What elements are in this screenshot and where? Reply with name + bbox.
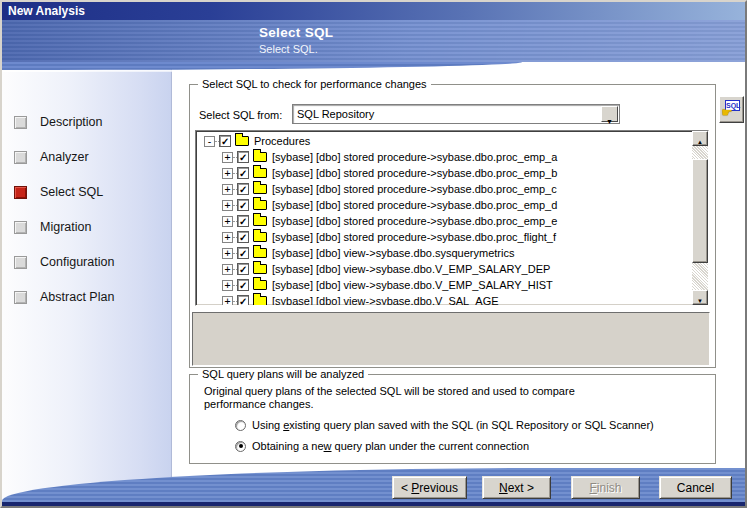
expand-icon[interactable]: +: [222, 232, 233, 243]
step-indicator: [14, 221, 27, 234]
scrollbar-thumb[interactable]: [692, 159, 708, 263]
finish-button: Finish: [571, 476, 640, 499]
previous-button[interactable]: < Previous: [392, 476, 467, 499]
page-subtitle: Select SQL.: [259, 43, 318, 55]
expand-icon[interactable]: +: [222, 168, 233, 179]
sidebar-item-select-sql[interactable]: Select SQL: [14, 182, 103, 202]
groupbox-label: Select SQL to check for performance chan…: [198, 78, 431, 90]
tree-item[interactable]: + [sybase] [dbo] stored procedure->sybas…: [196, 213, 708, 229]
radio-label: Using existing query plan saved with the…: [252, 419, 654, 431]
sql-tree[interactable]: - Procedures + [sybase] [dbo] stored pro…: [195, 130, 709, 306]
header-banner: [2, 20, 745, 62]
folder-icon: [253, 264, 267, 274]
pointing-hand-icon: [721, 105, 733, 120]
step-indicator: [14, 116, 27, 129]
tree-item[interactable]: + [sybase] [dbo] stored procedure->sybas…: [196, 165, 708, 181]
select-sql-from-label: Select SQL from:: [199, 109, 282, 121]
window-title: New Analysis: [8, 4, 85, 18]
expand-icon[interactable]: +: [222, 248, 233, 259]
sidebar-item-abstract-plan[interactable]: Abstract Plan: [14, 287, 114, 307]
checkbox[interactable]: [237, 247, 249, 259]
tree-scrollbar[interactable]: [692, 131, 708, 305]
checkbox[interactable]: [219, 135, 231, 147]
folder-icon: [253, 184, 267, 194]
radio-existing-query-plan[interactable]: Using existing query plan saved with the…: [235, 419, 654, 431]
expand-icon[interactable]: +: [222, 264, 233, 275]
bottom-navy-strip: [2, 502, 745, 506]
groupbox-label: SQL query plans will be analyzed: [198, 368, 368, 380]
plans-description-line1: Original query plans of the selected SQL…: [204, 385, 575, 397]
wizard-window: New Analysis Select SQL Select SQL. Desc…: [0, 0, 747, 508]
folder-icon: [235, 136, 249, 146]
folder-icon: [253, 296, 267, 306]
tree-item[interactable]: + [sybase] [dbo] view->sybase.dbo.V_SAL_…: [196, 293, 708, 306]
combobox-value: SQL Repository: [293, 105, 619, 120]
tree-item[interactable]: + [sybase] [dbo] stored procedure->sybas…: [196, 149, 708, 165]
sidebar-item-description[interactable]: Description: [14, 112, 103, 132]
preview-panel: [192, 312, 710, 366]
open-sql-repository-button[interactable]: SQL: [719, 96, 744, 123]
folder-icon: [253, 216, 267, 226]
sql-source-combobox[interactable]: SQL Repository: [292, 104, 620, 124]
checkbox[interactable]: [237, 215, 249, 227]
checkbox[interactable]: [237, 151, 249, 163]
tree-item[interactable]: + [sybase] [dbo] view->sybase.dbo.V_EMP_…: [196, 261, 708, 277]
radio-new-query-plan[interactable]: Obtaining a new query plan under the cur…: [235, 440, 529, 452]
expand-icon[interactable]: +: [222, 184, 233, 195]
step-indicator-active: [14, 186, 27, 199]
step-indicator: [14, 256, 27, 269]
wizard-steps-sidebar: Description Analyzer Select SQL Migratio…: [2, 62, 172, 502]
plans-description-line2: performance changes.: [204, 398, 313, 410]
title-bar: New Analysis: [2, 2, 745, 20]
checkbox[interactable]: [237, 279, 249, 291]
expand-icon[interactable]: +: [222, 296, 233, 307]
tree-item[interactable]: + [sybase] [dbo] view->sybase.dbo.sysque…: [196, 245, 708, 261]
expand-icon[interactable]: +: [222, 152, 233, 163]
tree-item[interactable]: + [sybase] [dbo] view->sybase.dbo.V_EMP_…: [196, 277, 708, 293]
expand-icon[interactable]: +: [222, 280, 233, 291]
checkbox[interactable]: [237, 231, 249, 243]
scroll-up-button[interactable]: [692, 131, 708, 146]
sidebar-item-migration[interactable]: Migration: [14, 217, 91, 237]
tree-item[interactable]: + [sybase] [dbo] stored procedure->sybas…: [196, 197, 708, 213]
tree-item[interactable]: + [sybase] [dbo] stored procedure->sybas…: [196, 229, 708, 245]
step-indicator: [14, 151, 27, 164]
checkbox[interactable]: [237, 199, 249, 211]
folder-icon: [253, 248, 267, 258]
checkbox[interactable]: [237, 263, 249, 275]
folder-icon: [253, 168, 267, 178]
page-title: Select SQL: [259, 25, 333, 40]
tree-item-root[interactable]: - Procedures: [196, 133, 708, 149]
radio-label: Obtaining a new query plan under the cur…: [252, 440, 529, 452]
folder-icon: [253, 280, 267, 290]
folder-icon: [253, 232, 267, 242]
expand-icon[interactable]: +: [222, 200, 233, 211]
radio-icon[interactable]: [235, 420, 246, 431]
checkbox[interactable]: [237, 167, 249, 179]
checkbox[interactable]: [237, 295, 249, 306]
sidebar-item-configuration[interactable]: Configuration: [14, 252, 114, 272]
combobox-dropdown-button[interactable]: [601, 106, 618, 122]
step-indicator: [14, 291, 27, 304]
radio-icon-selected[interactable]: [235, 441, 246, 452]
query-plans-groupbox: SQL query plans will be analyzed Origina…: [189, 374, 716, 464]
cancel-button[interactable]: Cancel: [659, 476, 732, 499]
expand-icon[interactable]: +: [222, 216, 233, 227]
collapse-icon[interactable]: -: [204, 136, 215, 147]
tree-item[interactable]: + [sybase] [dbo] stored procedure->sybas…: [196, 181, 708, 197]
folder-icon: [253, 152, 267, 162]
folder-icon: [253, 200, 267, 210]
sidebar-item-analyzer[interactable]: Analyzer: [14, 147, 89, 167]
checkbox[interactable]: [237, 183, 249, 195]
next-button[interactable]: Next >: [482, 476, 551, 499]
scroll-down-button[interactable]: [692, 290, 708, 305]
